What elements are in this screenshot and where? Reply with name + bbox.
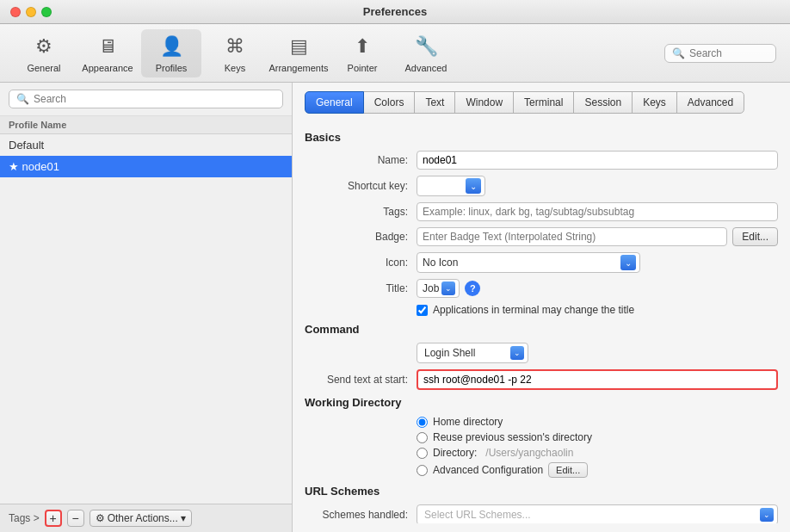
sidebar-item-default[interactable]: Default (0, 134, 292, 156)
sidebar-item-node01[interactable]: ★ node01 (0, 156, 292, 177)
help-button[interactable]: ? (465, 281, 480, 296)
icon-row: Icon: No Icon ⌄ (305, 252, 778, 273)
name-label: Name: (305, 154, 417, 166)
sidebar-search-icon: 🔍 (16, 93, 29, 105)
login-shell-select[interactable]: Login Shell ⌄ (417, 343, 528, 363)
other-actions-button[interactable]: ⚙ Other Actions... ▾ (89, 510, 192, 527)
basics-section-title: Basics (305, 131, 778, 144)
icon-label: Icon: (305, 257, 417, 269)
sidebar-search-input[interactable] (34, 93, 275, 105)
add-profile-button[interactable]: + (45, 510, 62, 527)
profiles-icon: 👤 (157, 33, 185, 60)
tab-advanced[interactable]: Advanced (676, 91, 744, 114)
main-area: 🔍 Profile Name Default ★ node01 Tags > +… (0, 83, 790, 532)
command-section-title: Command (305, 323, 778, 336)
toolbar-item-general[interactable]: ⚙ General (14, 29, 74, 77)
close-button[interactable] (10, 7, 21, 17)
send-text-input[interactable] (417, 369, 778, 390)
sidebar-search-box[interactable]: 🔍 (9, 90, 283, 108)
toolbar-label-keys: Keys (225, 63, 245, 73)
login-shell-label: Login Shell (424, 347, 510, 359)
title-value: Job (423, 282, 439, 294)
title-arrow-icon: ⌄ (441, 281, 455, 295)
toolbar-label-arrangements: Arrangements (268, 63, 328, 73)
home-dir-label: Home directory (433, 416, 503, 428)
badge-row: Badge: Edit... (305, 227, 778, 246)
shortcut-select[interactable]: ⌄ (417, 176, 485, 196)
name-input[interactable] (417, 151, 778, 170)
toolbar-item-keys[interactable]: ⌘ Keys (205, 29, 265, 77)
reuse-row: Reuse previous session's directory (417, 431, 778, 443)
maximize-button[interactable] (41, 7, 52, 17)
toolbar-item-advanced[interactable]: 🔧 Advanced (396, 29, 456, 77)
icon-select[interactable]: No Icon ⌄ (417, 252, 640, 273)
pointer-icon: ⬆ (349, 33, 376, 60)
window-title: Preferences (363, 5, 427, 18)
tags-input[interactable] (417, 202, 778, 221)
minimize-button[interactable] (26, 7, 36, 17)
adv-config-radio[interactable] (417, 465, 428, 476)
badge-control: Edit... (417, 227, 778, 246)
settings-scroll: Basics Name: Shortcut key: ⌄ Tags: (305, 126, 778, 523)
toolbar-search-input[interactable] (689, 47, 768, 59)
url-schemes-select[interactable]: Select URL Schemes... ⌄ (417, 504, 778, 523)
tab-terminal[interactable]: Terminal (513, 91, 574, 114)
url-schemes-row: Schemes handled: Select URL Schemes... ⌄ (305, 504, 778, 523)
toolbar-item-profiles[interactable]: 👤 Profiles (141, 29, 201, 77)
icon-arrow-icon: ⌄ (620, 255, 636, 270)
adv-config-row: Advanced Configuration Edit... (417, 462, 778, 478)
reuse-radio[interactable] (417, 432, 428, 443)
title-control: Job ⌄ ? (417, 279, 778, 298)
name-control (417, 151, 778, 170)
directory-row: Directory: /Users/yangchaolin (417, 447, 778, 459)
send-text-control (417, 369, 778, 390)
home-dir-row: Home directory (417, 416, 778, 428)
toolbar-label-advanced: Advanced (405, 63, 447, 73)
sidebar-list: Default ★ node01 (0, 134, 292, 504)
tags-label: Tags > (9, 512, 40, 524)
adv-config-edit-button[interactable]: Edit... (548, 462, 588, 478)
sidebar-footer: Tags > + − ⚙ Other Actions... ▾ (0, 504, 292, 532)
badge-input[interactable] (417, 227, 727, 246)
adv-config-label: Advanced Configuration (433, 464, 543, 476)
toolbar-search[interactable]: 🔍 (664, 44, 776, 63)
shortcut-control: ⌄ (417, 176, 778, 196)
other-actions-label: Other Actions... (108, 512, 178, 524)
appearance-icon: 🖥 (94, 33, 121, 60)
title-checkbox-row: Applications in terminal may change the … (417, 304, 778, 316)
toolbar-item-pointer[interactable]: ⬆ Pointer (332, 29, 392, 77)
arrangements-icon: ▤ (285, 33, 312, 60)
title-row: Title: Job ⌄ ? (305, 279, 778, 298)
send-text-row: Send text at start: (305, 369, 778, 390)
keys-icon: ⌘ (221, 33, 249, 60)
directory-radio[interactable] (417, 448, 428, 459)
toolbar: ⚙ General 🖥 Appearance 👤 Profiles ⌘ Keys… (0, 24, 790, 83)
badge-edit-button[interactable]: Edit... (732, 227, 778, 246)
url-schemes-control: Select URL Schemes... ⌄ (417, 504, 778, 523)
right-panel: General Colors Text Window Terminal Sess… (293, 83, 790, 532)
tab-colors[interactable]: Colors (363, 91, 416, 114)
reuse-label: Reuse previous session's directory (433, 431, 592, 443)
tab-general[interactable]: General (305, 91, 364, 114)
tags-form-label: Tags: (305, 206, 417, 218)
toolbar-item-arrangements[interactable]: ▤ Arrangements (268, 29, 329, 77)
tab-session[interactable]: Session (573, 91, 633, 114)
tags-row: Tags: (305, 202, 778, 221)
sidebar-header: Profile Name (0, 116, 292, 134)
search-icon: 🔍 (672, 47, 685, 59)
sidebar: 🔍 Profile Name Default ★ node01 Tags > +… (0, 83, 293, 532)
remove-profile-button[interactable]: − (67, 510, 84, 527)
tab-text[interactable]: Text (414, 91, 455, 114)
home-dir-radio[interactable] (417, 417, 428, 428)
toolbar-item-appearance[interactable]: 🖥 Appearance (77, 29, 138, 77)
tab-window[interactable]: Window (454, 91, 514, 114)
advanced-icon: 🔧 (412, 33, 440, 60)
tags-control (417, 202, 778, 221)
tab-keys[interactable]: Keys (632, 91, 677, 114)
title-select[interactable]: Job ⌄ (417, 279, 460, 298)
title-label: Title: (305, 282, 417, 294)
general-icon: ⚙ (30, 33, 58, 60)
title-checkbox[interactable] (417, 305, 428, 316)
url-schemes-placeholder: Select URL Schemes... (424, 509, 760, 521)
working-dir-section-title: Working Directory (305, 396, 778, 409)
